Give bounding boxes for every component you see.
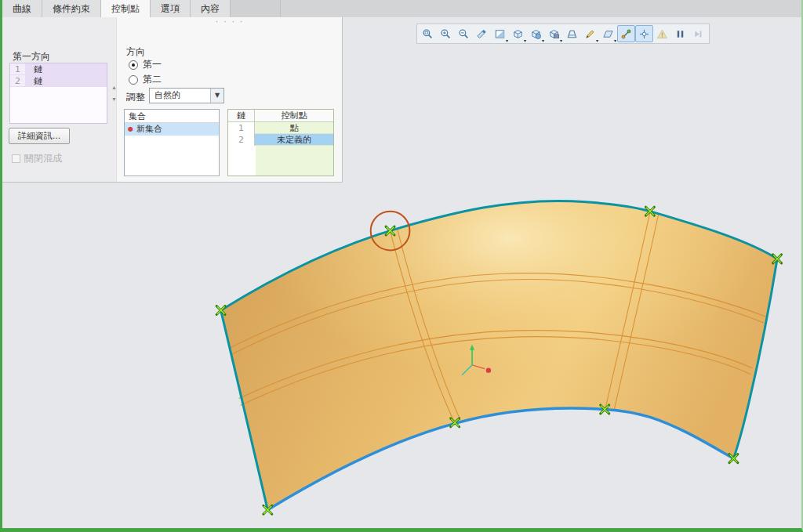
table-header-row: 鏈 控制點 xyxy=(228,110,333,122)
dropdown-caret-icon: ▾ xyxy=(524,38,526,43)
zoom-refit-icon xyxy=(422,28,434,40)
dragger-toggle-button[interactable] xyxy=(635,25,653,42)
adjust-label: 調整 xyxy=(126,91,145,104)
table-fill xyxy=(256,146,333,176)
tab-properties[interactable]: 內容 xyxy=(191,0,231,17)
dropdown-caret-icon: ▾ xyxy=(596,38,598,43)
sets-listbox[interactable]: 集合 ● 新集合 xyxy=(124,109,220,176)
zoom-in-button[interactable] xyxy=(437,25,455,42)
chain-row-value[interactable]: 鏈 xyxy=(26,75,107,86)
zoom-in-icon xyxy=(440,28,452,40)
zoom-refit-button[interactable] xyxy=(419,25,437,42)
details-button[interactable]: 詳細資訊... xyxy=(9,128,70,144)
dragger-toggle-icon xyxy=(638,28,650,40)
chevron-down-icon[interactable]: ▼ xyxy=(210,89,223,103)
pause-icon xyxy=(674,28,686,40)
perspective-button[interactable] xyxy=(563,25,581,42)
row-value[interactable]: 點 xyxy=(255,122,333,134)
row-number: 1 xyxy=(228,122,255,134)
closed-blend-checkbox[interactable] xyxy=(12,154,20,163)
graphics-toolbar: ▾▾▾▾▾▾ xyxy=(416,24,710,44)
first-direction-label: 第一方向 xyxy=(13,50,50,63)
dropdown-caret-icon: ▾ xyxy=(560,38,562,43)
dropdown-caret-icon: ▾ xyxy=(506,38,508,43)
perspective-icon xyxy=(566,28,578,40)
dropdown-caret-icon: ▾ xyxy=(542,38,544,43)
datum-display-button[interactable]: ▾ xyxy=(599,25,617,42)
direction-second-label: 第二 xyxy=(143,73,162,86)
zoom-out-icon xyxy=(458,28,470,40)
direction-second-option[interactable]: 第二 xyxy=(129,73,162,86)
dashboard-tabbar: 曲線 條件約束 控制點 選項 內容 xyxy=(2,0,801,17)
direction-first-label: 第一 xyxy=(143,58,162,71)
adjust-dropdown[interactable]: 自然的 ▼ xyxy=(149,88,224,103)
chain-row-number: 1 xyxy=(10,63,26,74)
shading-style-icon xyxy=(494,28,506,40)
tab-stub xyxy=(231,0,281,17)
closed-blend-label: 關閉混成 xyxy=(24,152,62,165)
resume-icon xyxy=(692,28,704,40)
row-value[interactable]: 未定義的 xyxy=(255,134,333,146)
header-chain: 鏈 xyxy=(228,110,255,121)
header-control-points: 控制點 xyxy=(255,110,333,121)
row-number: 2 xyxy=(228,134,255,146)
capture-button[interactable]: ▾ xyxy=(545,25,563,42)
tab-control-points[interactable]: 控制點 xyxy=(101,0,151,17)
saved-views-icon xyxy=(512,28,524,40)
chains-table[interactable]: 1 鏈 2 鏈 xyxy=(9,63,107,124)
adjust-dropdown-value: 自然的 xyxy=(150,89,210,103)
control-points-table[interactable]: 鏈 控制點 1 點 2 未定義的 xyxy=(227,109,334,176)
zoom-out-button[interactable] xyxy=(455,25,473,42)
chain-row-value[interactable]: 鏈 xyxy=(26,63,107,74)
table-row[interactable]: 2 未定義的 xyxy=(228,134,333,146)
tab-options[interactable]: 選項 xyxy=(151,0,191,17)
repaint-button[interactable] xyxy=(473,25,491,42)
set-bullet-icon: ● xyxy=(128,123,133,136)
set-list-item[interactable]: ● 新集合 xyxy=(125,123,219,136)
application-window: 曲線 條件約束 控制點 選項 內容 · · · · 第一方向 1 鏈 2 鏈 ▲… xyxy=(0,0,803,532)
direction-first-option[interactable]: 第一 xyxy=(129,58,162,71)
annotations-icon xyxy=(584,28,596,40)
repaint-icon xyxy=(476,28,488,40)
warning-icon xyxy=(656,28,668,40)
chain-row-number: 2 xyxy=(10,75,26,86)
graph-toggle-button[interactable] xyxy=(617,25,635,42)
sets-header: 集合 xyxy=(125,110,219,123)
dropdown-caret-icon: ▾ xyxy=(614,38,616,43)
chain-row[interactable]: 2 鏈 xyxy=(10,75,107,87)
shading-style-button[interactable]: ▾ xyxy=(491,25,509,42)
chain-row[interactable]: 1 鏈 xyxy=(10,63,107,75)
graph-toggle-icon xyxy=(620,28,632,40)
saved-views-button[interactable]: ▾ xyxy=(509,25,527,42)
tab-constraints[interactable]: 條件約束 xyxy=(42,0,101,17)
direction-label: 方向 xyxy=(126,45,145,59)
closed-blend-checkbox-row: 關閉混成 xyxy=(12,152,62,165)
move-up-button[interactable]: ▲ xyxy=(109,83,119,92)
resume-button[interactable] xyxy=(689,25,707,42)
radio-unselected-icon[interactable] xyxy=(129,75,138,85)
view-manager-icon xyxy=(530,28,542,40)
set-item-label: 新集合 xyxy=(136,123,162,136)
pause-button[interactable] xyxy=(671,25,689,42)
table-row[interactable]: 1 點 xyxy=(228,122,333,134)
move-down-button[interactable]: ▼ xyxy=(109,95,119,104)
annotations-button[interactable]: ▾ xyxy=(581,25,599,42)
panel-drag-handle[interactable]: · · · · xyxy=(216,17,244,26)
chain-reorder-spinner: ▲ ▼ xyxy=(109,83,119,104)
radio-selected-icon[interactable] xyxy=(129,60,138,70)
control-points-panel: · · · · 第一方向 1 鏈 2 鏈 ▲ ▼ 詳細資訊... 關閉混成 方向… xyxy=(2,17,343,183)
tab-curve[interactable]: 曲線 xyxy=(2,0,42,17)
datum-display-icon xyxy=(602,28,614,40)
warning-button[interactable] xyxy=(653,25,671,42)
view-manager-button[interactable]: ▾ xyxy=(527,25,545,42)
capture-icon xyxy=(548,28,560,40)
